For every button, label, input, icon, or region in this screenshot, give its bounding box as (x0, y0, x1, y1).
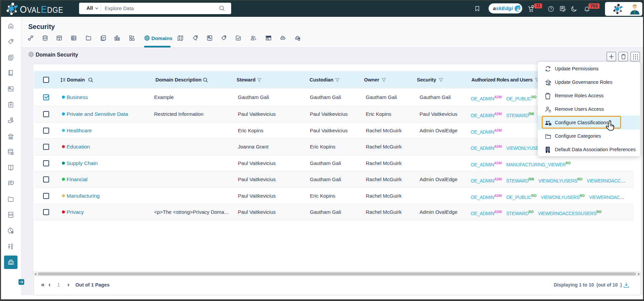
svg-text:API: API (281, 37, 284, 39)
svg-text:?: ? (550, 7, 552, 11)
